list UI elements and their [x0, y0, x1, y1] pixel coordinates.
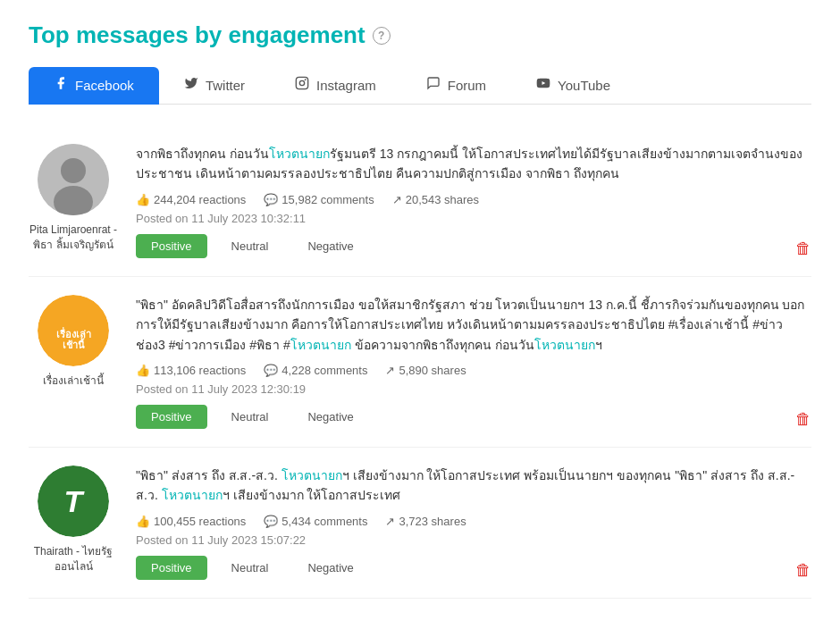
- tab-instagram[interactable]: Instagram: [270, 67, 401, 105]
- tab-facebook[interactable]: Facebook: [29, 67, 159, 105]
- tab-youtube[interactable]: YouTube: [511, 67, 635, 105]
- svg-point-4: [61, 158, 86, 183]
- message-content: "พิธา" อัดคลิปวิดีโอสื่อสารถึงนักการเมือ…: [136, 295, 811, 429]
- comments-stat: 💬 5,434 comments: [264, 515, 367, 528]
- comments-stat: 💬 15,982 comments: [264, 193, 374, 206]
- twitter-icon: [184, 76, 198, 94]
- svg-point-2: [305, 80, 306, 80]
- messages-list: Pita Limjaroenrat - พิธา ลิ้มเจริญรัตน์ …: [29, 126, 811, 599]
- avatar: เรื่องเล่า เช้านี้: [38, 295, 109, 366]
- avatar-col: Pita Limjaroenrat - พิธา ลิ้มเจริญรัตน์: [29, 144, 118, 258]
- thumb-icon: 👍: [136, 515, 150, 528]
- tab-facebook-label: Facebook: [75, 78, 134, 93]
- svg-point-1: [299, 80, 304, 85]
- instagram-icon: [295, 76, 309, 94]
- delete-button[interactable]: 🗑: [795, 410, 811, 429]
- author-name: Thairath - ไทยรัฐ ออนไลน์: [29, 544, 118, 574]
- positive-button[interactable]: Positive: [136, 234, 207, 258]
- delete-button[interactable]: 🗑: [795, 561, 811, 580]
- message-card: Pita Limjaroenrat - พิธา ลิ้มเจริญรัตน์ …: [29, 126, 811, 277]
- youtube-icon: [536, 76, 550, 94]
- posted-date: Posted on 11 July 2023 12:30:19: [136, 382, 811, 396]
- tab-twitter-label: Twitter: [206, 78, 245, 93]
- author-name: เรื่องเล่าเช้านี้: [43, 373, 104, 389]
- message-content: "พิธา" ส่งสาร ถึง ส.ส.-ส.ว. โหวตนายกฯ เส…: [136, 465, 811, 580]
- shares-stat: ↗ 20,543 shares: [392, 193, 479, 206]
- author-name: Pita Limjaroenrat - พิธา ลิ้มเจริญรัตน์: [29, 222, 118, 253]
- tab-bar: Facebook Twitter Instagram Forum YouTube: [29, 67, 811, 105]
- svg-text:เช้านี้: เช้านี้: [63, 338, 85, 350]
- reactions-stat: 👍 113,106 reactions: [136, 364, 246, 377]
- share-icon: ↗: [392, 193, 402, 206]
- positive-button[interactable]: Positive: [136, 556, 207, 580]
- neutral-button[interactable]: Neutral: [216, 405, 284, 429]
- engagement-stats: 👍 244,204 reactions 💬 15,982 comments ↗ …: [136, 193, 811, 206]
- positive-button[interactable]: Positive: [136, 405, 207, 429]
- negative-button[interactable]: Negative: [292, 234, 368, 258]
- posted-date: Posted on 11 July 2023 10:32:11: [136, 212, 811, 225]
- neutral-button[interactable]: Neutral: [216, 234, 284, 258]
- message-content: จากพิธาถึงทุกคน ก่อนวันโหวตนายกรัฐมนตรี …: [136, 144, 811, 258]
- forum-icon: [426, 76, 441, 94]
- message-text: "พิธา" อัดคลิปวิดีโอสื่อสารถึงนักการเมือ…: [136, 295, 811, 355]
- tab-youtube-label: YouTube: [558, 78, 610, 93]
- posted-date: Posted on 11 July 2023 15:07:22: [136, 533, 811, 547]
- thumb-icon: 👍: [136, 364, 150, 377]
- message-text: จากพิธาถึงทุกคน ก่อนวันโหวตนายกรัฐมนตรี …: [136, 144, 811, 184]
- shares-stat: ↗ 5,890 shares: [385, 364, 466, 377]
- comment-icon: 💬: [264, 364, 278, 377]
- tab-forum-label: Forum: [448, 78, 486, 93]
- message-card: เรื่องเล่า เช้านี้ เรื่องเล่าเช้านี้ "พิ…: [29, 277, 811, 448]
- facebook-icon: [54, 76, 68, 94]
- svg-text:เรื่องเล่า: เรื่องเล่า: [56, 327, 91, 340]
- page-title: Top messages by engagement ?: [29, 21, 811, 49]
- tab-instagram-label: Instagram: [316, 78, 376, 93]
- shares-stat: ↗ 3,723 shares: [385, 515, 466, 528]
- message-text: "พิธา" ส่งสาร ถึง ส.ส.-ส.ว. โหวตนายกฯ เส…: [136, 465, 811, 506]
- sentiment-row: Positive Neutral Negative: [136, 556, 811, 580]
- engagement-stats: 👍 113,106 reactions 💬 4,228 comments ↗ 5…: [136, 364, 811, 377]
- svg-rect-0: [296, 77, 307, 88]
- engagement-stats: 👍 100,455 reactions 💬 5,434 comments ↗ 3…: [136, 515, 811, 528]
- share-icon: ↗: [385, 364, 395, 377]
- comment-icon: 💬: [264, 193, 278, 206]
- tab-twitter[interactable]: Twitter: [159, 67, 270, 105]
- delete-button[interactable]: 🗑: [795, 239, 811, 258]
- help-icon[interactable]: ?: [373, 27, 391, 45]
- avatar-col: เรื่องเล่า เช้านี้ เรื่องเล่าเช้านี้: [29, 295, 118, 429]
- negative-button[interactable]: Negative: [292, 405, 368, 429]
- comment-icon: 💬: [264, 515, 278, 528]
- share-icon: ↗: [385, 515, 395, 528]
- sentiment-row: Positive Neutral Negative: [136, 234, 811, 258]
- reactions-stat: 👍 244,204 reactions: [136, 193, 246, 206]
- reactions-stat: 👍 100,455 reactions: [136, 515, 246, 528]
- avatar: [38, 144, 109, 215]
- neutral-button[interactable]: Neutral: [216, 556, 284, 580]
- message-card: T Thairath - ไทยรัฐ ออนไลน์ "พิธา" ส่งสา…: [29, 448, 811, 599]
- avatar: T: [38, 465, 109, 537]
- negative-button[interactable]: Negative: [292, 556, 368, 580]
- tab-forum[interactable]: Forum: [401, 67, 511, 105]
- avatar-col: T Thairath - ไทยรัฐ ออนไลน์: [29, 465, 118, 580]
- comments-stat: 💬 4,228 comments: [264, 364, 367, 377]
- svg-text:T: T: [64, 484, 86, 518]
- thumb-icon: 👍: [136, 193, 150, 206]
- sentiment-row: Positive Neutral Negative: [136, 405, 811, 429]
